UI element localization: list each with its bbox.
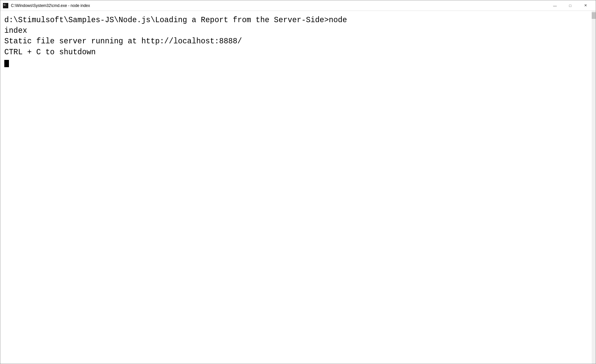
scrollbar[interactable] [592, 11, 596, 364]
cmd-icon [3, 3, 8, 8]
terminal-line-1: d:\Stimulsoft\Samples-JS\Node.js\Loading… [4, 16, 347, 57]
maximize-button[interactable]: □ [563, 0, 578, 11]
titlebar-controls: — □ ✕ [547, 0, 593, 11]
close-button[interactable]: ✕ [578, 0, 593, 11]
terminal-body[interactable]: d:\Stimulsoft\Samples-JS\Node.js\Loading… [0, 11, 596, 364]
scrollbar-thumb[interactable] [592, 12, 596, 19]
window-title: C:\Windows\System32\cmd.exe - node index [11, 3, 90, 8]
titlebar-left: C:\Windows\System32\cmd.exe - node index [3, 3, 90, 8]
terminal-cursor [4, 60, 9, 67]
cmd-window: C:\Windows\System32\cmd.exe - node index… [0, 0, 596, 364]
titlebar: C:\Windows\System32\cmd.exe - node index… [0, 0, 596, 11]
terminal-output: d:\Stimulsoft\Samples-JS\Node.js\Loading… [2, 14, 594, 69]
minimize-button[interactable]: — [547, 0, 563, 11]
